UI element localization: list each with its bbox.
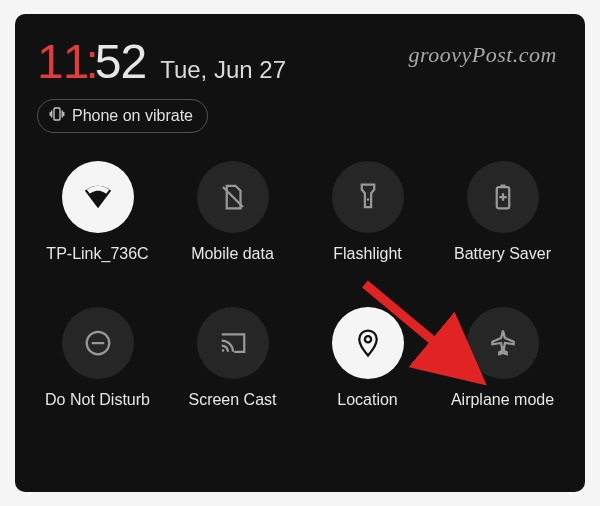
tile-label: Airplane mode (451, 391, 554, 409)
svg-rect-0 (54, 108, 60, 120)
tile-mobile-data[interactable]: Mobile data (172, 161, 293, 263)
watermark: groovyPost.com (408, 42, 557, 68)
tile-label: Battery Saver (454, 245, 551, 263)
svg-point-6 (221, 349, 224, 352)
tile-label: Flashlight (333, 245, 401, 263)
tile-do-not-disturb[interactable]: Do Not Disturb (37, 307, 158, 409)
tile-battery-saver[interactable]: Battery Saver (442, 161, 563, 263)
quick-settings-panel: groovyPost.com 11:52 Tue, Jun 27 Phone o… (15, 14, 585, 492)
date: Tue, Jun 27 (160, 56, 286, 84)
tile-airplane-mode[interactable]: Airplane mode (442, 307, 563, 409)
battery-plus-icon (467, 161, 539, 233)
cast-icon (197, 307, 269, 379)
ringer-status-label: Phone on vibrate (72, 107, 193, 125)
ringer-status-chip[interactable]: Phone on vibrate (37, 99, 208, 133)
airplane-icon (467, 307, 539, 379)
vibrate-icon (48, 105, 66, 127)
wifi-icon (62, 161, 134, 233)
no-sim-icon (197, 161, 269, 233)
clock: 11:52 (37, 34, 146, 89)
tile-label: Location (337, 391, 398, 409)
tile-wifi[interactable]: TP-Link_736C (37, 161, 158, 263)
clock-minute: 52 (95, 35, 146, 88)
tile-label: Screen Cast (188, 391, 276, 409)
tile-label: Do Not Disturb (45, 391, 150, 409)
quick-tiles-grid: TP-Link_736C Mobile data Flashlight Batt… (37, 161, 563, 409)
flashlight-icon (332, 161, 404, 233)
dnd-icon (62, 307, 134, 379)
svg-point-2 (366, 198, 369, 201)
tile-flashlight[interactable]: Flashlight (307, 161, 428, 263)
tile-label: TP-Link_736C (46, 245, 148, 263)
tile-screen-cast[interactable]: Screen Cast (172, 307, 293, 409)
svg-point-7 (364, 336, 370, 342)
tile-location[interactable]: Location (307, 307, 428, 409)
clock-hour: 11 (37, 35, 88, 88)
tile-label: Mobile data (191, 245, 274, 263)
location-icon (332, 307, 404, 379)
